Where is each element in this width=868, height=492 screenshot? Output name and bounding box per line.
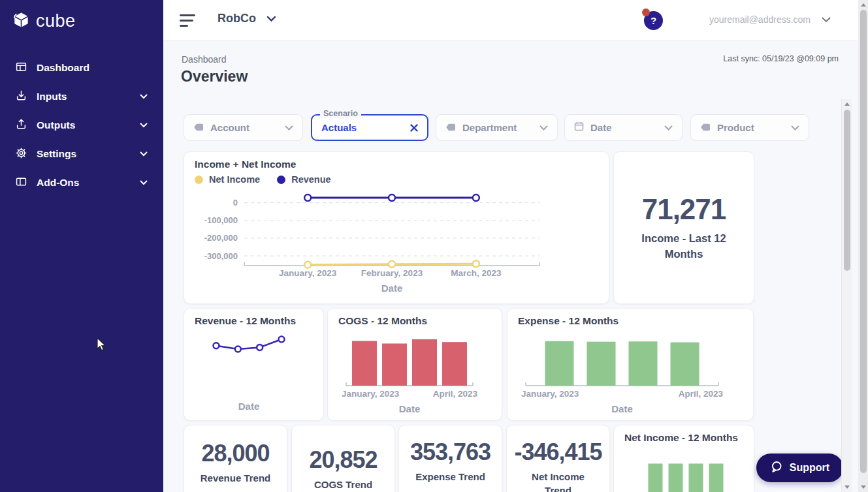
content-scrollbar[interactable] (841, 99, 852, 492)
revenue-trend-label: Revenue Trend (201, 471, 271, 485)
expense-trend-card: 353,763 Expense Trend (398, 425, 502, 492)
net-income-trend-value: -346,415 (514, 438, 602, 466)
chevron-down-icon (539, 125, 548, 131)
cube-logo[interactable]: cube (0, 0, 163, 31)
close-icon[interactable] (410, 124, 418, 132)
income-net-income-chart: 0-100,000-200,000-300,000January, 2023Fe… (193, 189, 598, 300)
legend-dot (277, 176, 285, 184)
svg-text:April, 2023: April, 2023 (679, 389, 724, 399)
columns-icon (16, 176, 27, 190)
support-label: Support (790, 462, 829, 474)
support-button[interactable]: Support (756, 454, 843, 482)
legend-dot (195, 176, 203, 184)
sidebar-nav: Dashboard Inputs Outputs (0, 54, 163, 197)
upload-tray-icon (16, 119, 27, 132)
chevron-down-icon (140, 151, 148, 157)
svg-text:0: 0 (233, 198, 238, 208)
expense-12-months-chart: January, 2023April, 2023Date (517, 322, 726, 420)
account-menu[interactable]: youremail@address.com (709, 14, 831, 25)
tag-icon (193, 122, 204, 134)
cogs-12-months-chart: January, 2023April, 2023Date (340, 322, 496, 420)
scroll-down-arrow[interactable] (861, 485, 866, 489)
svg-text:March, 2023: March, 2023 (451, 268, 502, 278)
legend-label: Net Income (209, 174, 260, 185)
tag-icon (445, 122, 456, 134)
page-scrollbar[interactable] (858, 0, 868, 492)
sidebar-item-outputs[interactable]: Outputs (0, 111, 163, 140)
net-income-trend-label: Net Income Trend (526, 470, 591, 492)
filter-scenario-value: Actuals (321, 122, 357, 133)
sidebar-item-inputs[interactable]: Inputs (0, 82, 163, 111)
filter-scenario-label: Scenario (320, 109, 361, 118)
sidebar-item-label: Add-Ons (37, 177, 79, 189)
chart-legend: Net Income Revenue (195, 174, 331, 185)
revenue-12-months-card: Revenue - 12 Months Date (184, 308, 324, 421)
dashboard-icon (16, 61, 27, 75)
svg-text:Date: Date (238, 401, 260, 412)
svg-text:Date: Date (399, 403, 421, 414)
filter-product[interactable]: Product (690, 114, 809, 141)
chevron-down-icon (285, 125, 293, 131)
net-income-12-months-chart (634, 454, 738, 492)
net-income-12-months-card: Net Income - 12 Months (613, 425, 754, 492)
svg-text:January, 2023: January, 2023 (342, 389, 400, 399)
legend-net-income: Net Income (195, 174, 260, 185)
chevron-down-icon (140, 123, 148, 128)
sidebar-item-settings[interactable]: Settings (0, 140, 163, 168)
chat-bubble-icon (770, 460, 783, 476)
revenue-trend-value: 28,000 (201, 440, 269, 467)
svg-text:January, 2023: January, 2023 (279, 268, 337, 278)
sidebar-item-dashboard[interactable]: Dashboard (0, 54, 163, 82)
filter-label: Product (717, 122, 754, 133)
svg-text:-300,000: -300,000 (204, 251, 238, 261)
scroll-up-arrow[interactable] (844, 102, 850, 106)
chart-title: Income + Net Income (195, 159, 296, 170)
filter-date[interactable]: Date (564, 114, 683, 141)
filter-label: Department (462, 122, 517, 133)
income-summary-label: Income - Last 12 Months (625, 231, 743, 262)
hamburger-menu-icon[interactable] (180, 14, 196, 27)
expense-12-months-card: Expense - 12 Months January, 2023April, … (507, 308, 754, 421)
sidebar-item-addons[interactable]: Add-Ons (0, 168, 163, 197)
legend-revenue: Revenue (277, 174, 330, 185)
main-area: RobCo ? youremail@address.com Dashboard … (163, 0, 868, 492)
cube-logo-icon (12, 11, 30, 31)
svg-text:Date: Date (381, 283, 403, 294)
legend-label: Revenue (291, 174, 330, 185)
chevron-down-icon (664, 125, 673, 131)
content-scrollbar-thumb[interactable] (844, 110, 850, 271)
net-income-trend-card: -346,415 Net Income Trend (506, 425, 610, 492)
sidebar-item-label: Outputs (37, 119, 75, 131)
help-button[interactable]: ? (644, 11, 663, 30)
svg-text:-100,000: -100,000 (204, 215, 238, 225)
cogs-trend-card: 20,852 COGS Trend (291, 425, 395, 492)
chevron-down-icon (791, 125, 799, 131)
chart-title: Revenue - 12 Months (195, 315, 296, 327)
filter-department[interactable]: Department (436, 114, 558, 141)
revenue-trend-card: 28,000 Revenue Trend (184, 425, 287, 492)
chevron-down-icon (140, 180, 148, 185)
scroll-down-arrow[interactable] (844, 485, 850, 489)
company-selector[interactable]: RobCo (217, 12, 276, 25)
scroll-up-arrow[interactable] (861, 3, 866, 7)
svg-text:Date: Date (611, 403, 633, 414)
tag-icon (700, 122, 711, 134)
expense-trend-label: Expense Trend (415, 470, 485, 484)
page-scrollbar-thumb[interactable] (860, 10, 867, 473)
page-title: Overview (181, 68, 248, 85)
calendar-icon (574, 121, 584, 134)
notification-dot (642, 8, 650, 16)
last-sync-status: Last sync: 05/19/23 @09:09 pm (723, 54, 839, 63)
sidebar-item-label: Dashboard (37, 62, 89, 74)
chevron-down-icon (140, 94, 148, 99)
filter-scenario[interactable]: Scenario Actuals (311, 114, 428, 141)
chevron-down-icon (266, 13, 276, 25)
income-summary-value: 71,271 (642, 193, 726, 226)
sidebar-item-label: Settings (37, 148, 76, 160)
svg-text:-200,000: -200,000 (204, 233, 238, 243)
filter-account[interactable]: Account (184, 114, 303, 141)
breadcrumb: Dashboard (182, 54, 227, 65)
chart-title: Net Income - 12 Months (624, 432, 738, 444)
cogs-trend-label: COGS Trend (314, 478, 372, 491)
download-tray-icon (16, 90, 27, 104)
